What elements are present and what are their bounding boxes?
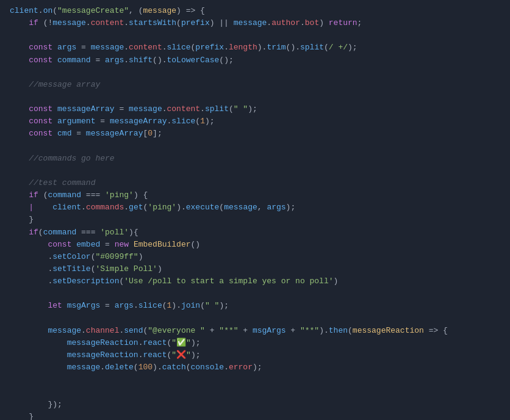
code-line-21: .setColor("#0099ff") xyxy=(0,251,510,263)
token: embed xyxy=(76,239,100,251)
token: ( xyxy=(229,103,234,115)
code-line-25: let msgArgs = args.slice(1).join(" "); xyxy=(0,300,510,312)
token xyxy=(10,42,29,54)
token: . xyxy=(167,115,172,128)
code-line-15: //test command xyxy=(0,177,510,189)
token: = xyxy=(76,42,90,54)
token: } xyxy=(10,214,34,226)
token: const xyxy=(29,103,52,115)
token: . xyxy=(38,5,43,17)
token: on xyxy=(43,5,53,17)
token: ( xyxy=(219,201,224,214)
token: bot xyxy=(305,17,319,29)
token xyxy=(52,103,57,115)
token: ( xyxy=(186,361,191,374)
token: / +/ xyxy=(329,42,348,54)
token: (). xyxy=(153,54,167,67)
token: = xyxy=(71,128,85,140)
token: setDescription xyxy=(52,275,119,288)
code-line-9: const messageArray = message.content.spl… xyxy=(0,103,510,115)
token: args xyxy=(105,54,124,67)
token: ( xyxy=(191,42,196,54)
token: ; xyxy=(357,17,362,29)
token: messageArray xyxy=(110,115,167,128)
token: . xyxy=(124,201,129,214)
token: }); xyxy=(10,399,62,411)
token xyxy=(10,153,29,165)
token: delete xyxy=(105,361,134,374)
token: args xyxy=(267,201,286,214)
token: ( xyxy=(119,275,124,288)
token: . xyxy=(267,17,271,29)
token: . xyxy=(200,103,205,115)
token: trim xyxy=(267,42,286,54)
code-line-6 xyxy=(0,67,510,79)
token: commands xyxy=(86,201,124,214)
token: ( xyxy=(348,325,353,337)
token xyxy=(10,325,48,337)
code-line-2: if (!message.content.startsWith(prefix) … xyxy=(0,17,510,29)
token: ) => { xyxy=(176,5,205,17)
code-line-1: client.on("messageCreate", (message) => … xyxy=(0,5,510,17)
code-line-32 xyxy=(0,386,510,398)
token: 100 xyxy=(138,361,153,374)
token: message xyxy=(52,17,86,29)
token: execute xyxy=(186,201,220,214)
token: . xyxy=(224,361,229,374)
code-line-31 xyxy=(0,374,510,386)
token: slice xyxy=(167,42,191,54)
token: EmbedBuilder xyxy=(134,239,191,251)
token: ]; xyxy=(153,128,162,140)
token: } xyxy=(10,411,34,420)
token: messageReaction xyxy=(67,349,138,361)
token: . xyxy=(138,349,143,361)
token: ) xyxy=(157,263,162,275)
token: shift xyxy=(129,54,153,67)
token: ); xyxy=(191,337,201,349)
token: ( xyxy=(162,300,167,312)
token xyxy=(10,226,29,239)
token xyxy=(10,54,29,67)
token xyxy=(10,300,48,312)
token: + xyxy=(205,325,219,337)
token: . xyxy=(10,263,52,275)
token: 'Simple Poll' xyxy=(95,263,157,275)
token: ( xyxy=(52,5,57,17)
token: client xyxy=(10,5,38,17)
token: get xyxy=(129,201,143,214)
token: "@everyone " xyxy=(148,325,205,337)
code-editor: client.on("messageCreate", (message) => … xyxy=(0,0,510,420)
token: . xyxy=(138,337,143,349)
token: setTitle xyxy=(52,263,90,275)
token: then xyxy=(329,325,348,337)
code-line-26 xyxy=(0,313,510,325)
token: ) xyxy=(319,17,329,29)
token: message xyxy=(48,325,81,337)
token: command xyxy=(57,54,91,67)
token: catch xyxy=(162,361,186,374)
token: ( xyxy=(167,349,171,361)
token: ). xyxy=(153,361,162,374)
token: 1 xyxy=(167,300,172,312)
token: . xyxy=(81,325,86,337)
token: (! xyxy=(38,17,52,29)
code-line-5: const command = args.shift().toLowerCase… xyxy=(0,54,510,67)
token: if xyxy=(29,226,38,239)
token: messageReaction xyxy=(353,325,424,337)
token: ). xyxy=(319,325,329,337)
token: setColor xyxy=(52,251,90,263)
token: args xyxy=(57,42,76,54)
token xyxy=(10,103,29,115)
token: prefix xyxy=(195,42,224,54)
token: slice xyxy=(171,115,195,128)
token: = xyxy=(91,54,105,67)
code-line-17: | client.commands.get('ping').execute(me… xyxy=(0,201,510,214)
token: startsWith xyxy=(129,17,176,29)
token: if xyxy=(29,189,38,201)
token: message xyxy=(143,5,176,17)
token: = xyxy=(115,103,129,115)
token: split xyxy=(205,103,229,115)
token: message xyxy=(129,103,162,115)
token: | xyxy=(29,201,34,214)
token: console xyxy=(191,361,224,374)
